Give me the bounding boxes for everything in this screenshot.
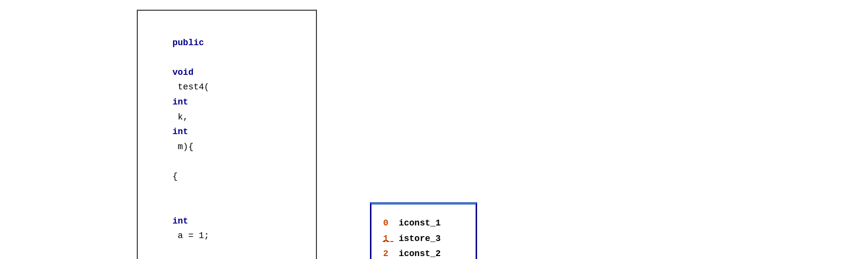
- bc-row-1: 1 istore_3: [383, 231, 464, 247]
- code-line-2: int a = 1;: [149, 184, 304, 259]
- keyword-void: void: [172, 68, 193, 77]
- bytecode-panel: 0 iconst_1 1 istore_3 2 iconst_2 3 istor…: [370, 202, 477, 259]
- code-panel: public void test4( int k, int m){ { int …: [137, 10, 317, 259]
- bc-num-0: 0: [383, 216, 399, 231]
- bc-num-2: 2: [383, 246, 399, 259]
- code-line-header: public void test4( int k, int m){: [149, 20, 304, 169]
- bc-instr-2: iconst_2: [399, 246, 441, 259]
- bc-row-2: 2 iconst_2: [383, 246, 464, 259]
- param-type-m: int: [172, 127, 188, 137]
- keyword-int-a: int: [172, 216, 188, 226]
- bc-instr-0: iconst_1: [399, 216, 441, 231]
- bc-num-1: 1: [383, 231, 399, 247]
- keyword-public: public: [172, 38, 204, 48]
- param-type-k: int: [172, 97, 188, 107]
- bc-row-0: 0 iconst_1: [383, 216, 464, 231]
- bc-instr-1: istore_3: [399, 231, 441, 247]
- code-line-1: {: [149, 169, 304, 184]
